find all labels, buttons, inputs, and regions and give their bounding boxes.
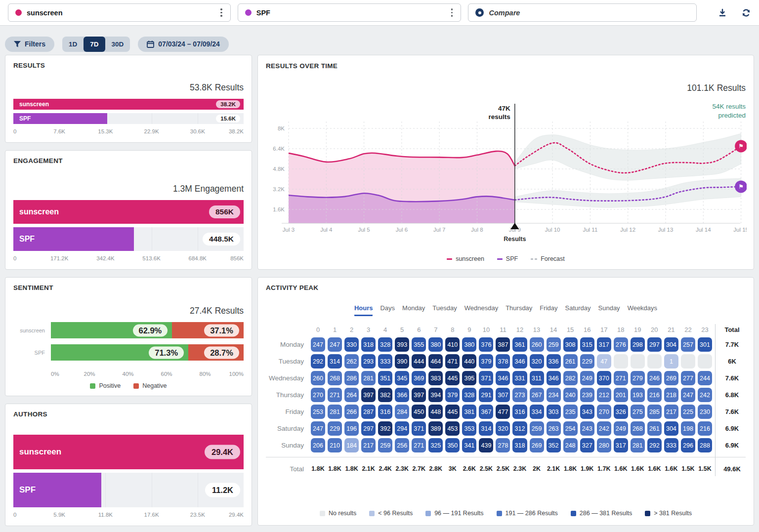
heat-cell[interactable]: 257	[681, 337, 695, 352]
heat-cell[interactable]: 318	[361, 337, 376, 352]
heat-cell[interactable]: 259	[378, 438, 392, 452]
heat-cell[interactable]: 445	[445, 371, 460, 385]
heat-cell[interactable]: 471	[445, 354, 460, 368]
heat-cell[interactable]: 210	[328, 438, 342, 452]
heat-cell[interactable]: 268	[631, 421, 645, 436]
heat-cell[interactable]: 243	[580, 421, 594, 436]
heat-cell[interactable]: 440	[462, 354, 476, 368]
heat-cell[interactable]: 286	[344, 371, 359, 385]
heat-cell[interactable]: 327	[580, 438, 594, 452]
heat-cell[interactable]: 263	[547, 421, 561, 436]
heat-cell[interactable]: 355	[412, 337, 426, 352]
heat-cell[interactable]: 271	[328, 388, 342, 402]
heat-cell[interactable]: 369	[412, 371, 426, 385]
heat-cell[interactable]: 262	[344, 354, 359, 368]
heat-cell[interactable]: 371	[479, 371, 493, 385]
heat-cell[interactable]: 325	[428, 438, 443, 452]
heat-cell[interactable]: 317	[614, 438, 628, 452]
heat-cell[interactable]: 47	[597, 354, 611, 368]
heat-cell[interactable]: 392	[378, 421, 392, 436]
heat-cell[interactable]: 336	[547, 354, 561, 368]
heat-cell[interactable]: 292	[647, 438, 662, 452]
heat-cell[interactable]: 196	[344, 421, 359, 436]
heat-cell[interactable]: 410	[445, 337, 460, 352]
heat-cell[interactable]: 316	[378, 405, 392, 419]
tab-weekdays[interactable]: Weekdays	[628, 304, 657, 316]
range-button-1d[interactable]: 1D	[62, 37, 84, 52]
heat-cell[interactable]: 254	[563, 421, 578, 436]
heat-cell[interactable]: 333	[378, 354, 392, 368]
positive-segment[interactable]: 62.9%	[51, 322, 172, 338]
heat-cell[interactable]: 301	[698, 337, 712, 352]
heat-cell[interactable]: 376	[479, 337, 493, 352]
heat-cell[interactable]: 275	[631, 405, 645, 419]
heat-cell[interactable]: 298	[631, 337, 645, 352]
heat-cell[interactable]: 292	[311, 354, 325, 368]
heat-cell[interactable]: 381	[462, 405, 476, 419]
range-button-7d[interactable]: 7D	[84, 37, 105, 52]
tab-wednesday[interactable]: Wednesday	[464, 304, 498, 316]
heat-cell[interactable]: 247	[311, 421, 325, 436]
heat-cell[interactable]: 261	[563, 354, 578, 368]
heat-cell[interactable]: 382	[378, 388, 392, 402]
heat-cell[interactable]: 387	[496, 337, 510, 352]
heat-cell[interactable]: 346	[547, 371, 561, 385]
heat-cell[interactable]: 248	[563, 438, 578, 452]
positive-segment[interactable]: 71.3%	[51, 344, 188, 361]
heat-cell[interactable]: 379	[445, 388, 460, 402]
heat-cell[interactable]: 246	[647, 371, 662, 385]
heat-cell[interactable]: 304	[664, 421, 678, 436]
heat-cell[interactable]: 320	[530, 354, 544, 368]
heat-cell[interactable]: 389	[428, 421, 443, 436]
heat-cell[interactable]: 261	[647, 421, 662, 436]
heat-cell[interactable]: 297	[647, 337, 662, 352]
heat-cell[interactable]: 315	[580, 337, 594, 352]
heat-cell[interactable]: 328	[378, 337, 392, 352]
heat-cell[interactable]: 326	[614, 405, 628, 419]
heat-cell[interactable]	[647, 354, 662, 368]
heat-cell[interactable]: 448	[428, 405, 443, 419]
heat-cell[interactable]: 266	[344, 405, 359, 419]
heat-cell[interactable]: 198	[681, 421, 695, 436]
heat-cell[interactable]: 242	[698, 388, 712, 402]
filters-button[interactable]: Filters	[5, 37, 54, 52]
heat-cell[interactable]	[614, 354, 628, 368]
heat-cell[interactable]	[631, 354, 645, 368]
heat-cell[interactable]: 212	[597, 388, 611, 402]
heat-cell[interactable]: 394	[428, 388, 443, 402]
heat-cell[interactable]: 217	[361, 438, 376, 452]
heat-cell[interactable]: 288	[698, 438, 712, 452]
heat-cell[interactable]: 311	[530, 371, 544, 385]
heat-cell[interactable]: 370	[597, 371, 611, 385]
heat-cell[interactable]: 334	[530, 405, 544, 419]
heat-cell[interactable]: 259	[530, 421, 544, 436]
heat-cell[interactable]: 276	[614, 337, 628, 352]
heat-cell[interactable]: 307	[496, 388, 510, 402]
heat-cell[interactable]: 464	[428, 354, 443, 368]
heat-cell[interactable]: 350	[445, 438, 460, 452]
heat-cell[interactable]: 345	[395, 371, 409, 385]
heat-cell[interactable]: 247	[311, 337, 325, 352]
tab-monday[interactable]: Monday	[402, 304, 425, 316]
heat-cell[interactable]: 268	[328, 371, 342, 385]
tab-friday[interactable]: Friday	[540, 304, 557, 316]
heat-cell[interactable]: 304	[664, 337, 678, 352]
heat-cell[interactable]: 380	[462, 337, 476, 352]
heat-cell[interactable]: 229	[580, 354, 594, 368]
heat-cell[interactable]: 270	[311, 388, 325, 402]
kebab-menu-icon[interactable]	[217, 6, 225, 19]
heat-cell[interactable]: 270	[597, 405, 611, 419]
heat-cell[interactable]: 256	[395, 438, 409, 452]
heat-cell[interactable]: 271	[412, 438, 426, 452]
heat-cell[interactable]: 277	[681, 371, 695, 385]
heat-cell[interactable]: 328	[462, 388, 476, 402]
heat-cell[interactable]: 206	[311, 438, 325, 452]
tab-saturday[interactable]: Saturday	[565, 304, 590, 316]
heat-cell[interactable]: 380	[428, 337, 443, 352]
heat-cell[interactable]: 346	[496, 371, 510, 385]
heat-cell[interactable]: 264	[344, 388, 359, 402]
heat-cell[interactable]: 333	[664, 438, 678, 452]
query-input-sunscreen[interactable]: sunscreen	[8, 3, 231, 22]
heat-cell[interactable]: 397	[361, 388, 376, 402]
tab-days[interactable]: Days	[380, 304, 395, 316]
